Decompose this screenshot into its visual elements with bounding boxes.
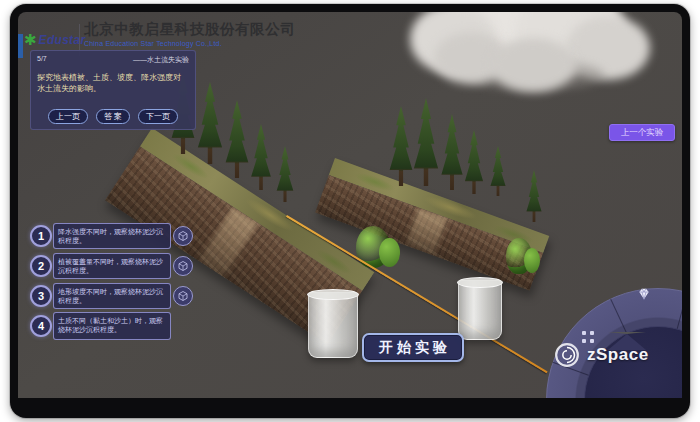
pine-tree [222,100,252,178]
pine-tree [274,146,296,202]
task-row: 2 植被覆盖量不同时，观察烧杯泥沙沉积程度。 [30,253,193,279]
gem-icon [636,286,652,302]
edustar-logo: ✱ Edustar [24,32,85,47]
company-header: 北京中教启星科技股份有限公司 China Education Star Tech… [84,20,295,47]
pine-tree [248,124,274,190]
page-indicator: 5/7 [37,55,47,65]
view-3d-button[interactable] [173,256,193,276]
cube-3d-icon [177,290,189,302]
task-text: 植被覆盖量不同时，观察烧杯泥沙沉积程度。 [53,253,171,279]
beaker-left[interactable] [308,292,358,358]
grid-dots-icon [582,331,586,335]
prev-page-button[interactable]: 上一页 [48,109,88,124]
grid-menu-button[interactable] [582,326,596,340]
answer-button[interactable]: 答 案 [96,109,130,124]
task-row: 3 地形坡度不同时，观察烧杯泥沙沉积程度。 [30,283,193,309]
task-text: 土质不同（黏土和沙土）时，观察烧杯泥沙沉积程度。 [53,312,171,340]
pine-tree [524,170,544,222]
pine-tree [438,114,466,190]
edustar-star-icon: ✱ [24,32,37,47]
company-name-en: China Education Star Technology Co.,Ltd. [84,40,295,47]
task-number-badge: 4 [30,315,52,337]
start-experiment-button[interactable]: 开始实验 [362,333,464,362]
company-name: 北京中教启星科技股份有限公司 [84,20,295,39]
view-3d-button[interactable] [173,226,193,246]
clipped-logo-fragment [18,34,23,58]
pine-tree [488,146,508,196]
beaker-right[interactable] [458,280,502,340]
zspace-logo: zSpace [552,340,649,370]
task-number-badge: 3 [30,285,52,307]
task-row: 4 土质不同（黏土和沙土）时，观察烧杯泥沙沉积程度。 [30,312,171,340]
zspace-swirl-icon [552,340,582,370]
experiment-title: ——水土流失实验 [133,55,189,65]
pine-tree [386,106,416,186]
task-row: 1 降水强度不同时，观察烧杯泥沙沉积程度。 [30,223,193,249]
task-text: 降水强度不同时，观察烧杯泥沙沉积程度。 [53,223,171,249]
experiment-description: 探究地表植被、土质、坡度、降水强度对水土流失的影响。 [37,72,189,94]
task-panel: 5/7 ——水土流失实验 探究地表植被、土质、坡度、降水强度对水土流失的影响。 … [30,50,196,130]
task-text: 地形坡度不同时，观察烧杯泥沙沉积程度。 [53,283,171,309]
screenshot-stage: ✱ Edustar 北京中教启星科技股份有限公司 China Education… [0,0,700,422]
cube-3d-icon [177,260,189,272]
view-3d-button[interactable] [173,286,193,306]
task-number-badge: 2 [30,255,52,277]
experiment-3d-viewport: ✱ Edustar 北京中教启星科技股份有限公司 China Education… [18,12,682,398]
pine-tree [410,98,442,186]
gem-menu-button[interactable] [636,286,652,302]
app-window: ✱ Edustar 北京中教启星科技股份有限公司 China Education… [10,4,690,418]
bush [506,238,532,274]
zspace-label: zSpace [587,345,649,365]
cube-3d-icon [177,230,189,242]
pine-tree [462,130,486,194]
next-page-button[interactable]: 下一页 [138,109,178,124]
task-number-badge: 1 [30,225,52,247]
pine-tree [194,82,226,164]
previous-experiment-button[interactable]: 上一个实验 [609,124,675,141]
